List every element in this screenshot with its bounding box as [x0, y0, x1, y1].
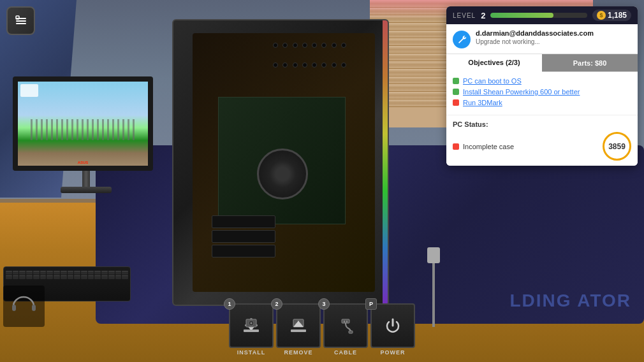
key: [108, 275, 115, 279]
lamp-pole: [432, 263, 435, 327]
key: [68, 275, 74, 279]
key: [88, 271, 94, 275]
mission-icon: [453, 31, 471, 48]
key: [68, 271, 74, 275]
key: [19, 271, 26, 275]
svg-rect-7: [244, 329, 259, 332]
key: [33, 271, 40, 275]
monitor-taskbar: [20, 84, 38, 97]
install-button[interactable]: 1 INSTALL: [229, 303, 274, 356]
fan-hole: [341, 62, 346, 68]
key: [6, 275, 12, 279]
key: [40, 271, 47, 275]
key: [108, 271, 115, 275]
key: [47, 271, 53, 275]
key: [101, 275, 108, 279]
hud-panel: LEVEL 2 $ 1,185 d.darmian@ddanddassociat…: [446, 6, 638, 166]
monitor-brand: ASUS: [78, 161, 89, 164]
key: [88, 275, 94, 279]
fan-hole: [273, 43, 278, 48]
key: [13, 275, 19, 279]
fan-hole: [312, 62, 317, 68]
level-value: 2: [481, 11, 485, 20]
fan-hole: [302, 62, 307, 68]
svg-rect-15: [291, 329, 306, 332]
level-bar: LEVEL 2 $ 1,185: [446, 6, 638, 24]
objective-indicator-2: [453, 89, 459, 95]
pc-status-panel: PC Status: Incomplete case 3859: [446, 115, 638, 166]
cable-button[interactable]: 3 CABLE: [323, 303, 368, 356]
headphones-icon: [3, 286, 45, 327]
currency-symbol: $: [599, 12, 603, 18]
key: [74, 275, 80, 279]
floor-lamp: [427, 250, 440, 327]
drive-bay: [212, 215, 275, 228]
mission-email: d.darmian@ddanddassociates.com: [476, 29, 594, 37]
power-label: POWER: [380, 349, 405, 356]
key: [94, 271, 101, 275]
objective-text-2[interactable]: Install Shean Powerking 600 or better: [463, 88, 580, 96]
cable-label: CABLE: [334, 349, 357, 356]
install-button-inner: [229, 303, 274, 348]
objective-text-1[interactable]: PC can boot to OS: [463, 77, 522, 85]
status-left: Incomplete case: [453, 143, 514, 150]
mission-info: d.darmian@ddanddassociates.com Upgrade n…: [476, 29, 594, 45]
key: [81, 271, 87, 275]
fan-hole: [293, 43, 298, 48]
lamp-head: [427, 247, 440, 263]
currency-icon: $: [597, 11, 606, 20]
hud-tabs: Objectives (2/3) Parts: $80: [446, 54, 638, 72]
drive-bay: [212, 245, 275, 257]
cable-key-badge: 3: [318, 298, 330, 310]
install-key-badge: 1: [224, 298, 235, 310]
key: [61, 271, 67, 275]
fan-hole: [312, 43, 317, 48]
key: [26, 275, 33, 279]
key: [26, 271, 33, 275]
cable-icon: [335, 315, 356, 336]
currency-amount: 1,185: [608, 11, 627, 20]
fan-holes: [273, 43, 349, 81]
status-indicator: [453, 143, 459, 150]
key: [94, 275, 101, 279]
status-item: Incomplete case 3859: [453, 132, 631, 161]
pc-case-body: [172, 19, 389, 306]
tab-parts[interactable]: Parts: $80: [542, 54, 638, 71]
drive-bay: [212, 230, 275, 243]
menu-icon: [15, 15, 27, 27]
power-button[interactable]: P POWER: [370, 303, 415, 356]
power-key-badge: P: [365, 298, 377, 310]
mission-header: d.darmian@ddanddassociates.com Upgrade n…: [446, 24, 638, 54]
objective-item: Install Shean Powerking 600 or better: [453, 88, 631, 96]
key: [122, 271, 128, 275]
remove-button[interactable]: 2 REMOVE: [276, 303, 321, 356]
svg-rect-19: [349, 331, 353, 333]
key: [122, 275, 128, 279]
key: [13, 271, 19, 275]
key: [47, 275, 53, 279]
power-icon: [383, 315, 403, 336]
wrench-icon: [457, 34, 467, 45]
mission-status: Upgrade not working...: [476, 38, 594, 45]
monitor-stand: [82, 171, 90, 187]
install-icon: [241, 315, 261, 336]
install-label: INSTALL: [237, 349, 265, 356]
level-progress-bar: [490, 13, 587, 18]
drive-bays: [212, 215, 275, 266]
pc-case: [172, 19, 427, 325]
remove-key-badge: 2: [271, 298, 282, 310]
svg-rect-1: [16, 20, 26, 22]
tab-objectives[interactable]: Objectives (2/3): [446, 54, 542, 72]
key: [33, 275, 40, 279]
menu-button[interactable]: [6, 6, 35, 35]
key: [74, 271, 80, 275]
fan-hole: [293, 62, 298, 68]
game-viewport: LDING ATOR ASUS: [0, 0, 644, 362]
objective-indicator-3: [453, 99, 459, 106]
key: [61, 275, 67, 279]
fan-hole: [321, 43, 326, 48]
objective-text-3[interactable]: Run 3DMark: [463, 99, 502, 106]
svg-rect-21: [32, 305, 36, 311]
currency-display: $ 1,185: [592, 10, 631, 21]
svg-point-10: [251, 322, 252, 324]
